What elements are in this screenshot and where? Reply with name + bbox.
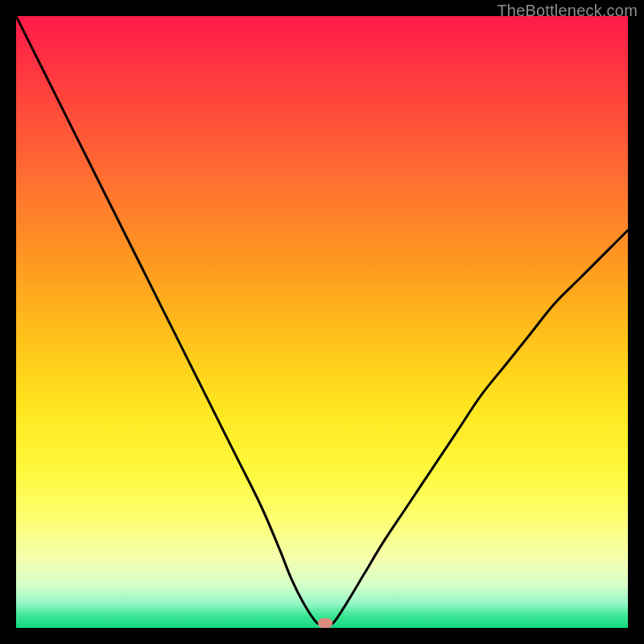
bottleneck-curve (16, 16, 628, 628)
plot-area (16, 16, 628, 628)
curve-path (16, 16, 628, 625)
optimal-point-marker (318, 618, 332, 628)
chart-frame: TheBottleneck.com (0, 0, 644, 644)
